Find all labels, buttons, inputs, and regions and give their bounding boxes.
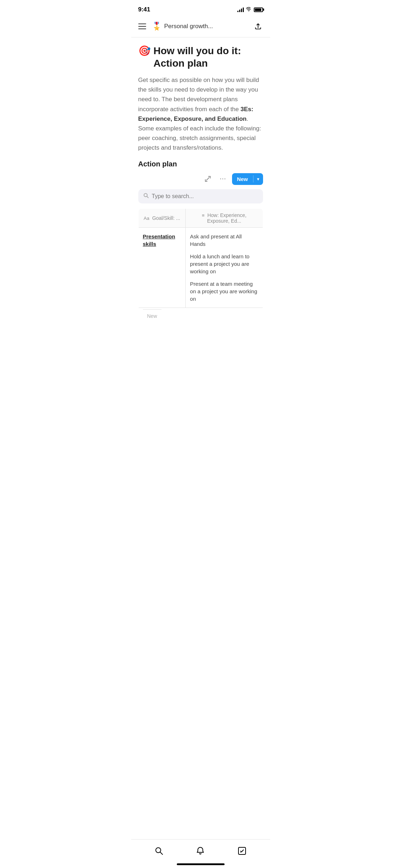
page-title: 🎯 How will you do it: Action plan [138,45,263,69]
cell-how: Ask and present at All Hands Hold a lunc… [186,227,263,308]
title-emoji: 🎯 [138,45,151,57]
share-button[interactable] [252,20,264,33]
svg-point-0 [248,11,249,11]
how-item-2: Hold a lunch and learn to present a proj… [190,253,258,275]
section-heading: Action plan [138,160,263,168]
hamburger-button[interactable] [137,22,148,31]
svg-point-2 [220,179,221,179]
search-input[interactable] [152,193,258,200]
table-header-row: Aa Goal/Skill: ... ≡ How: Experience, Ex… [138,208,263,227]
new-button-label[interactable]: New [232,173,253,185]
action-toolbar: New ▾ [138,173,263,185]
share-icon [254,22,262,30]
battery-icon [254,7,263,12]
col-header-how: ≡ How: Experience, Exposure, Ed... [186,208,263,227]
svg-point-4 [224,179,225,179]
wifi-icon [246,7,252,12]
new-row-hint: New [143,309,161,322]
status-time: 9:41 [138,6,150,13]
status-bar: 9:41 [131,0,270,17]
how-item-1: Ask and present at All Hands [190,233,258,248]
new-row-hint-row[interactable]: New [138,308,263,324]
goal-name: Presentation skills [143,233,175,247]
hamburger-line-1 [138,24,146,24]
how-items-list: Ask and present at All Hands Hold a lunc… [190,233,258,303]
how-col-label: How: Experience, Exposure, Ed... [207,212,246,224]
col-header-goal: Aa Goal/Skill: ... [138,208,186,227]
more-icon [220,176,226,182]
signal-icon [237,7,244,12]
svg-point-3 [222,179,223,179]
expand-button[interactable] [202,173,214,185]
goal-col-icon: Aa [144,216,149,221]
status-icons [237,7,263,12]
action-plan-table: Aa Goal/Skill: ... ≡ How: Experience, Ex… [138,208,263,324]
hamburger-line-2 [138,26,146,27]
main-content: 🎯 How will you do it: Action plan Get sp… [131,37,270,360]
cell-goal: Presentation skills [138,227,186,308]
more-options-button[interactable] [217,173,228,185]
title-text: How will you do it: Action plan [154,45,263,69]
table-row[interactable]: Presentation skills Ask and present at A… [138,227,263,308]
expand-icon [205,176,211,182]
search-icon [143,193,149,200]
page-description: Get specific as possible on how you will… [138,75,263,153]
new-button-group[interactable]: New ▾ [232,173,263,185]
new-button-chevron[interactable]: ▾ [253,174,263,185]
goal-col-label: Goal/Skill: ... [152,215,180,221]
hamburger-line-3 [138,29,146,29]
how-item-3: Present at a team meeting on a project y… [190,280,258,303]
nav-medal-emoji: 🎖️ [152,22,161,31]
top-nav: 🎖️ Personal growth... [131,17,270,37]
how-col-icon: ≡ [202,213,205,218]
nav-title-text: Personal growth... [164,23,213,30]
new-row-hint-cell: New [138,308,263,324]
nav-title-area: 🎖️ Personal growth... [152,22,247,31]
svg-line-6 [147,196,148,198]
search-bar[interactable] [138,189,263,203]
